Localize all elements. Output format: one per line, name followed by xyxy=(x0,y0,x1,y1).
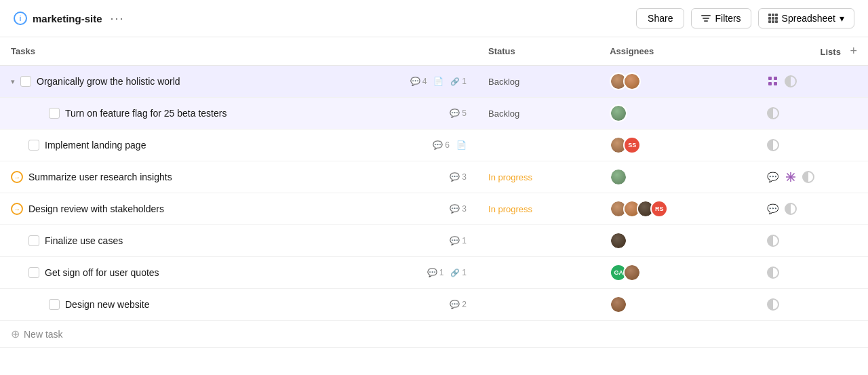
assignees-cell: RS xyxy=(599,193,755,225)
lists-icons: 💬 xyxy=(766,170,857,184)
comment-count: 💬 4 xyxy=(410,77,427,86)
half-circle-icon xyxy=(766,106,780,120)
link-count: 🔗 1 xyxy=(450,77,467,86)
table-row: ▾ Organically grow the holistic world 💬 … xyxy=(0,66,868,98)
assignees-group xyxy=(610,296,744,313)
task-checkbox[interactable] xyxy=(28,267,39,278)
task-meta: 💬 1 🔗 1 xyxy=(427,268,467,277)
task-checkbox[interactable] xyxy=(20,76,31,87)
lists-cell xyxy=(755,225,868,257)
chat-icon: 💬 xyxy=(766,170,780,184)
status-cell: In progress xyxy=(477,193,599,225)
lists-icons: 💬 xyxy=(766,202,857,216)
comment-icon: 💬 xyxy=(450,108,460,118)
task-cell: → Design review with stakeholders 💬 3 xyxy=(0,193,477,225)
assignees-cell xyxy=(599,66,755,98)
comment-count: 💬 3 xyxy=(450,204,467,214)
col-header-status: Status xyxy=(477,37,599,66)
filters-label: Filters xyxy=(715,13,741,24)
half-circle xyxy=(767,107,779,119)
assignees-group: SS xyxy=(610,136,744,154)
task-name: Finalize use cases xyxy=(45,235,444,246)
table-header-row: Tasks Status Assignees Lists + xyxy=(0,37,868,66)
task-meta: 💬 6 📄 xyxy=(433,140,467,150)
col-header-tasks: Tasks xyxy=(0,37,477,66)
task-checkbox[interactable] xyxy=(49,299,60,310)
task-cell: ▾ Organically grow the holistic world 💬 … xyxy=(0,66,477,98)
avatar: RS xyxy=(650,200,668,218)
lists-icons xyxy=(766,298,857,311)
snowflake-icon xyxy=(784,170,797,184)
comment-icon: 💬 xyxy=(450,172,460,182)
spreadsheet-button[interactable]: Spreadsheet ▾ xyxy=(758,8,854,28)
task-cell: Turn on feature flag for 25 beta testers… xyxy=(0,98,477,130)
half-circle-icon xyxy=(766,234,780,248)
plus-icon: ⊕ xyxy=(11,328,20,340)
lists-icons xyxy=(766,138,857,152)
status-cell: Backlog xyxy=(477,66,599,98)
assignees-group xyxy=(610,104,744,122)
half-circle-icon xyxy=(766,266,780,279)
status-cell: In progress xyxy=(477,161,599,193)
comment-count: 💬 3 xyxy=(450,172,467,182)
more-options-button[interactable]: ··· xyxy=(108,10,127,27)
filters-icon xyxy=(701,15,711,22)
status-cell: Backlog xyxy=(477,98,599,130)
new-task-button[interactable]: ⊕ New task xyxy=(11,328,63,340)
task-checkbox[interactable] xyxy=(28,140,39,151)
new-task-row: ⊕ New task xyxy=(0,321,868,348)
lists-icons xyxy=(766,106,857,120)
col-header-lists: Lists + xyxy=(755,37,868,66)
table-row: → Summarize user research insights 💬 3 I… xyxy=(0,161,868,193)
chat-icon: 💬 xyxy=(766,202,780,216)
task-checkbox[interactable] xyxy=(28,235,39,246)
status-badge: In progress xyxy=(488,204,532,214)
assignees-cell xyxy=(599,161,755,193)
half-circle xyxy=(767,298,779,311)
half-circle xyxy=(767,267,779,279)
table-row: Design new website 💬 2 xyxy=(0,289,868,321)
doc-icon: 📄 xyxy=(456,140,467,150)
chevron-down-icon[interactable]: ▾ xyxy=(11,77,15,86)
col-header-assignees: Assignees xyxy=(599,37,755,66)
avatar: SS xyxy=(623,136,641,154)
in-progress-icon: → xyxy=(11,171,23,183)
assignees-cell: GA xyxy=(599,257,755,289)
task-meta: 💬 1 xyxy=(450,236,467,245)
task-name: Design review with stakeholders xyxy=(28,203,444,214)
lists-cell xyxy=(755,98,868,130)
assignees-group: RS xyxy=(610,200,744,218)
task-cell-inner: Design new website 💬 2 xyxy=(11,299,467,310)
half-circle-icon xyxy=(802,170,815,184)
comment-count: 💬 1 xyxy=(427,268,444,277)
task-cell-inner: → Summarize user research insights 💬 3 xyxy=(11,171,467,183)
lists-cell xyxy=(755,289,868,321)
spreadsheet-icon xyxy=(768,14,778,23)
share-button[interactable]: Share xyxy=(636,8,684,28)
task-meta: 💬 3 xyxy=(450,204,467,214)
assignees-group: GA xyxy=(610,264,744,281)
task-checkbox[interactable] xyxy=(49,108,60,119)
new-task-label: New task xyxy=(24,329,63,340)
project-icon: i xyxy=(14,12,27,25)
comment-count: 💬 2 xyxy=(450,300,467,309)
half-circle-icon xyxy=(784,202,797,216)
grid-icon xyxy=(766,75,780,88)
task-cell: → Summarize user research insights 💬 3 xyxy=(0,161,477,193)
half-circle-icon xyxy=(784,75,797,88)
task-cell: Implement landing page 💬 6 📄 xyxy=(0,130,477,161)
add-column-button[interactable]: + xyxy=(850,44,857,58)
lists-icons xyxy=(766,266,857,279)
avatar xyxy=(610,104,627,122)
comment-icon: 💬 xyxy=(410,77,420,86)
task-cell: Get sign off for user quotes 💬 1 🔗 1 xyxy=(0,257,477,289)
half-circle xyxy=(802,171,814,183)
spreadsheet-label: Spreadsheet xyxy=(782,13,835,24)
lists-cell xyxy=(755,130,868,161)
task-name: Get sign off for user quotes xyxy=(45,267,422,278)
table-row: Turn on feature flag for 25 beta testers… xyxy=(0,98,868,130)
filters-button[interactable]: Filters xyxy=(691,8,751,28)
task-meta: 💬 5 xyxy=(450,108,467,118)
comment-count: 💬 1 xyxy=(450,236,467,245)
in-progress-icon: → xyxy=(11,203,23,215)
